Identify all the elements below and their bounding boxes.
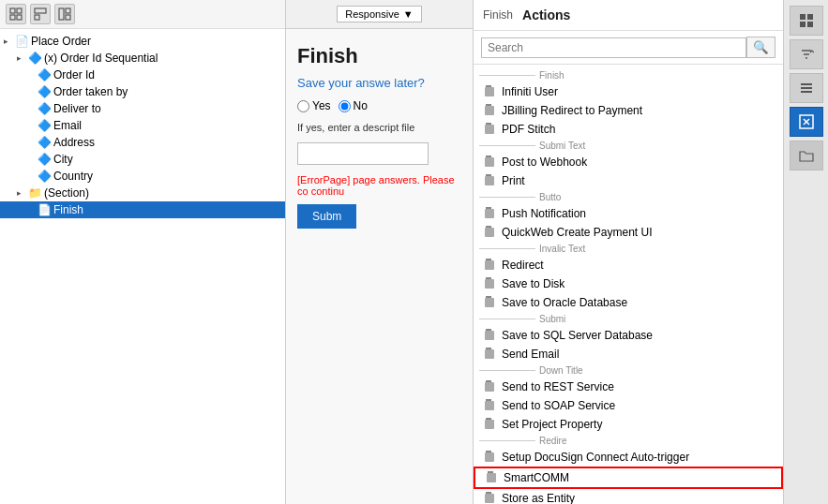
action-icon-save-disk (483, 277, 496, 290)
form-description: If yes, enter a descript file (297, 122, 461, 133)
search-icon: 🔍 (753, 40, 769, 54)
radio-no-label[interactable]: No (339, 99, 368, 112)
search-input[interactable] (481, 37, 746, 58)
action-item-rest[interactable]: Send to REST Service (474, 378, 783, 396)
action-item-pdf-stitch[interactable]: PDF Stitch (474, 120, 783, 139)
tree-item-order-id[interactable]: 🔷 Order Id (0, 67, 285, 83)
arrow-deliver-to (26, 104, 36, 113)
submit-button[interactable]: Subm (297, 204, 356, 229)
far-right-btn-grid[interactable] (790, 6, 823, 36)
right-header: Finish Actions (474, 0, 783, 31)
action-icon-infiniti-user (483, 85, 496, 98)
radio-no-text: No (354, 99, 368, 112)
action-item-smartcomm[interactable]: SmartCOMM (474, 467, 783, 489)
action-icon-docusign (483, 451, 496, 464)
right-panel: Finish Actions 🔍 Finish Infiniti User J (474, 0, 783, 504)
action-item-save-sql[interactable]: Save to SQL Server Database (474, 326, 783, 345)
tree-item-order-id-seq[interactable]: ▸ 🔷 (x) Order Id Sequential (0, 50, 285, 67)
section-submit-text-label: Submi Text (539, 141, 585, 151)
action-item-push-notif[interactable]: Push Notification (474, 204, 783, 223)
tree-label-address: Address (53, 136, 95, 149)
far-right-btn-lines[interactable] (790, 73, 823, 103)
tree-item-finish[interactable]: 📄 Finish (0, 201, 285, 218)
action-item-store-entity[interactable]: Store as Entity (474, 489, 783, 504)
action-icon-jbilling (483, 104, 496, 117)
action-item-docusign[interactable]: Setup DocuSign Connect Auto-trigger (474, 448, 783, 467)
radio-yes-label[interactable]: Yes (297, 99, 331, 112)
section-finish: Finish (474, 68, 783, 82)
action-item-quickweb[interactable]: QuickWeb Create Payment UI (474, 223, 783, 242)
far-right-panel (783, 0, 828, 504)
action-label-store-entity: Store as Entity (502, 492, 575, 504)
far-right-btn-expand[interactable] (790, 107, 823, 137)
tree-label-section: (Section) (44, 186, 89, 200)
arrow-section: ▸ (17, 188, 26, 198)
action-item-soap[interactable]: Send to SOAP Service (474, 396, 783, 415)
field-icon-order-id-seq: 🔷 (28, 52, 41, 65)
action-item-redirect[interactable]: Redirect (474, 256, 783, 274)
tree-item-address[interactable]: 🔷 Address (0, 134, 285, 151)
section-icon: 📁 (28, 186, 41, 200)
section-download-title-label: Down Title (539, 365, 583, 376)
action-item-print[interactable]: Print (474, 171, 783, 190)
tree-item-section[interactable]: ▸ 📁 (Section) (0, 185, 285, 201)
radio-yes-text: Yes (312, 99, 331, 112)
action-label-infiniti-user: Infiniti User (502, 85, 558, 98)
action-item-jbilling[interactable]: JBilling Redirect to Payment (474, 101, 783, 120)
section-download-title: Down Title (474, 363, 783, 378)
far-right-btn-folder[interactable] (790, 141, 823, 170)
form-preview: Finish Save your answe later? Yes No If … (286, 29, 473, 504)
svg-rect-12 (807, 22, 813, 27)
field-icon-address: 🔷 (38, 136, 51, 149)
search-button[interactable]: 🔍 (746, 37, 775, 58)
arrow-order-id (26, 70, 36, 80)
page-icon-place-order: 📄 (15, 35, 28, 48)
action-item-set-property[interactable]: Set Project Property (474, 415, 783, 434)
divider-redirect (479, 440, 535, 441)
arrow-order-id-seq: ▸ (17, 53, 26, 63)
action-label-smartcomm: SmartCOMM (504, 471, 569, 484)
arrow-city (26, 155, 36, 164)
radio-no[interactable] (339, 100, 351, 112)
responsive-bar: Responsive ▼ (286, 0, 473, 29)
error-text: [ErrorPage] page answers. Please co cont… (297, 174, 461, 197)
action-item-save-oracle[interactable]: Save to Oracle Database (474, 293, 783, 312)
tree-label-country: Country (53, 170, 93, 183)
tree-item-place-order[interactable]: ▸ 📄 Place Order (0, 33, 285, 50)
svg-rect-6 (59, 8, 64, 20)
divider-submit-action (479, 319, 535, 319)
tree-item-email[interactable]: 🔷 Email (0, 117, 285, 134)
toolbar-btn-2[interactable] (30, 4, 51, 24)
action-item-send-email[interactable]: Send Email (474, 345, 783, 363)
action-icon-smartcomm (485, 471, 498, 484)
radio-yes[interactable] (297, 100, 309, 112)
tree-item-country[interactable]: 🔷 Country (0, 168, 285, 185)
toolbar-btn-3[interactable] (54, 4, 75, 24)
action-label-soap: Send to SOAP Service (502, 399, 615, 412)
form-radio-row: Yes No (297, 99, 461, 112)
svg-rect-2 (10, 15, 15, 20)
svg-rect-8 (66, 15, 70, 20)
section-button: Butto (474, 190, 783, 204)
submit-label: Subm (312, 210, 341, 223)
action-item-infiniti-user[interactable]: Infiniti User (474, 82, 783, 101)
divider-finish (479, 75, 535, 76)
responsive-button[interactable]: Responsive ▼ (337, 6, 421, 22)
section-button-label: Butto (539, 192, 561, 202)
action-label-quickweb: QuickWeb Create Payment UI (502, 226, 653, 239)
tree-item-order-taken-by[interactable]: 🔷 Order taken by (0, 83, 285, 100)
action-icon-print (483, 174, 496, 187)
toolbar-btn-1[interactable] (6, 4, 26, 24)
svg-rect-4 (35, 8, 46, 13)
page-icon-finish: 📄 (38, 203, 51, 216)
tree-label-finish: Finish (53, 203, 83, 216)
far-right-btn-sort[interactable] (790, 39, 823, 69)
svg-rect-5 (35, 15, 39, 20)
tree-item-deliver-to[interactable]: 🔷 Deliver to (0, 100, 285, 117)
actions-list: Finish Infiniti User JBilling Redirect t… (474, 65, 783, 504)
tree-item-city[interactable]: 🔷 City (0, 151, 285, 168)
responsive-arrow: ▼ (403, 8, 414, 20)
svg-rect-10 (807, 14, 813, 20)
action-item-save-disk[interactable]: Save to Disk (474, 274, 783, 293)
action-item-post-webhook[interactable]: Post to Webhook (474, 153, 783, 171)
